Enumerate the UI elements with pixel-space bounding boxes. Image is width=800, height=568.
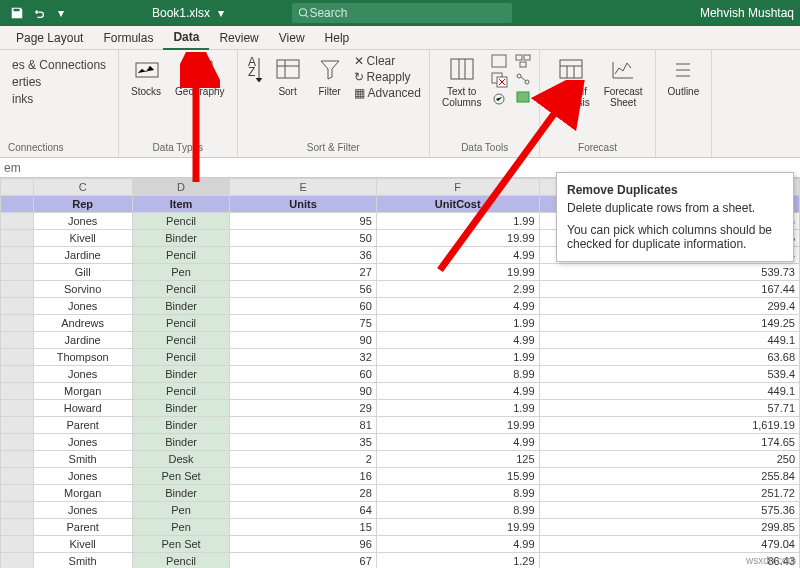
table-row[interactable]: SmithDesk2125250: [1, 451, 800, 468]
queries-connections[interactable]: es & Connections: [12, 58, 106, 72]
svg-rect-11: [524, 55, 530, 60]
table-row[interactable]: JonesPen Set1615.99255.84: [1, 468, 800, 485]
group-label: Sort & Filter: [307, 142, 360, 153]
table-row[interactable]: SmithPencil671.2986.43: [1, 553, 800, 569]
title-bar: ▾ Book1.xlsx ▾ Mehvish Mushtaq: [0, 0, 800, 26]
tab-review[interactable]: Review: [209, 27, 268, 49]
tab-view[interactable]: View: [269, 27, 315, 49]
connections-group: es & Connections erties inks: [8, 54, 110, 110]
svg-point-0: [299, 9, 306, 16]
tooltip-line1: Delete duplicate rows from a sheet.: [567, 201, 783, 215]
col-header[interactable]: [1, 179, 34, 196]
table-row[interactable]: JonesBinder354.99174.65: [1, 434, 800, 451]
advanced-filter[interactable]: ▦ Advanced: [354, 86, 421, 100]
svg-rect-12: [520, 62, 526, 67]
table-row[interactable]: KivellPen Set964.99479.04: [1, 536, 800, 553]
col-header[interactable]: E: [230, 179, 376, 196]
group-label: Connections: [8, 142, 64, 153]
svg-rect-15: [517, 92, 529, 102]
search-input[interactable]: [309, 6, 506, 20]
table-row[interactable]: MorganPencil904.99449.1: [1, 383, 800, 400]
chevron-down-icon[interactable]: ▾: [50, 2, 72, 24]
sort-button[interactable]: Sort: [270, 54, 306, 99]
data-validation-icon[interactable]: [491, 92, 509, 106]
outline-button[interactable]: Outline: [664, 54, 704, 99]
stocks-button[interactable]: Stocks: [127, 54, 165, 99]
svg-text:Z: Z: [248, 65, 255, 79]
search-icon: [298, 7, 309, 19]
user-name[interactable]: Mehvish Mushtaq: [700, 6, 794, 20]
edit-links[interactable]: inks: [12, 92, 106, 106]
watermark: wsxdn.com: [746, 555, 796, 566]
tab-help[interactable]: Help: [315, 27, 360, 49]
table-row[interactable]: JonesPen648.99575.36: [1, 502, 800, 519]
svg-rect-6: [492, 55, 506, 67]
table-row[interactable]: JardinePencil904.99449.1: [1, 332, 800, 349]
save-icon[interactable]: [6, 2, 28, 24]
col-header[interactable]: F: [376, 179, 539, 196]
manage-data-model-icon[interactable]: [515, 90, 531, 104]
filter-button[interactable]: Filter: [312, 54, 348, 99]
table-row[interactable]: JonesBinder604.99299.4: [1, 298, 800, 315]
geography-button[interactable]: Geography: [171, 54, 228, 99]
group-label: Data Tools: [461, 142, 508, 153]
remove-duplicates-button[interactable]: [491, 72, 509, 88]
undo-icon[interactable]: [28, 2, 50, 24]
ribbon-tabs: Page Layout Formulas Data Review View He…: [0, 26, 800, 50]
table-row[interactable]: JonesBinder608.99539.4: [1, 366, 800, 383]
svg-rect-5: [451, 59, 473, 79]
table-row[interactable]: AndrewsPencil751.99149.25: [1, 315, 800, 332]
ribbon: es & Connections erties inks Connections…: [0, 50, 800, 158]
table-row[interactable]: SorvinoPencil562.99167.44: [1, 281, 800, 298]
remove-duplicates-tooltip: Remove Duplicates Delete duplicate rows …: [556, 172, 794, 262]
table-row[interactable]: ParentBinder8119.991,619.19: [1, 417, 800, 434]
reapply-filter[interactable]: ↻ Reapply: [354, 70, 421, 84]
table-row[interactable]: MorganBinder288.99251.72: [1, 485, 800, 502]
col-header[interactable]: D: [132, 179, 230, 196]
table-row[interactable]: ThompsonPencil321.9963.68: [1, 349, 800, 366]
group-label: Data Types: [153, 142, 203, 153]
tab-formulas[interactable]: Formulas: [93, 27, 163, 49]
svg-rect-4: [277, 60, 299, 78]
filename: Book1.xlsx: [152, 6, 210, 20]
table-row[interactable]: HowardBinder291.9957.71: [1, 400, 800, 417]
svg-rect-16: [560, 60, 582, 78]
flash-fill-icon[interactable]: [491, 54, 509, 68]
tab-data[interactable]: Data: [163, 26, 209, 50]
what-if-button[interactable]: What-If Analysis: [548, 54, 593, 110]
sort-az-buttons[interactable]: AZ: [246, 54, 264, 86]
relationships-icon[interactable]: [515, 72, 531, 86]
forecast-sheet-button[interactable]: Forecast Sheet: [600, 54, 647, 110]
tooltip-line2: You can pick which columns should be che…: [567, 223, 783, 251]
tooltip-title: Remove Duplicates: [567, 183, 678, 197]
table-row[interactable]: ParentPen1519.99299.85: [1, 519, 800, 536]
clear-filter[interactable]: ✕ Clear: [354, 54, 421, 68]
chevron-down-icon[interactable]: ▾: [210, 2, 232, 24]
group-label: Forecast: [578, 142, 617, 153]
col-header[interactable]: C: [33, 179, 132, 196]
tab-page-layout[interactable]: Page Layout: [6, 27, 93, 49]
consolidate-icon[interactable]: [515, 54, 531, 68]
svg-rect-10: [516, 55, 522, 60]
table-row[interactable]: GillPen2719.99539.73: [1, 264, 800, 281]
search-box[interactable]: [292, 3, 512, 23]
properties[interactable]: erties: [12, 75, 106, 89]
svg-point-13: [517, 74, 521, 78]
text-to-columns-button[interactable]: Text to Columns: [438, 54, 485, 110]
